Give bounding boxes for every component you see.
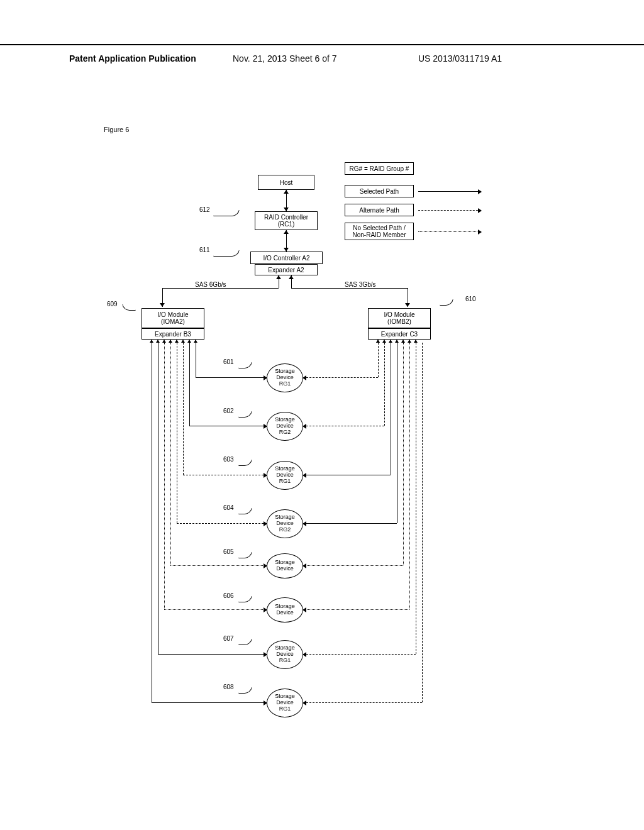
- b6-h: [164, 609, 267, 610]
- b3-h: [183, 475, 267, 475]
- arrow-up-icon: [284, 190, 289, 194]
- c-v2: [384, 343, 385, 426]
- lead-602: [238, 411, 252, 418]
- b-v1: [196, 343, 196, 377]
- header-rule: [0, 44, 644, 45]
- arrow-up-icon: [289, 275, 294, 279]
- ref-612: 612: [199, 206, 210, 213]
- legend-rg: RG# = RAID Group #: [345, 162, 414, 175]
- arrow-down-icon: [405, 303, 410, 307]
- c-v8: [422, 343, 423, 702]
- lead-606: [238, 596, 252, 602]
- b-v2: [189, 343, 190, 426]
- b7-h: [158, 654, 267, 655]
- b8-h: [152, 702, 267, 703]
- storage-608: Storage Device RG1: [267, 689, 303, 717]
- storage-601: Storage Device RG1: [267, 363, 303, 392]
- c3-h: [303, 475, 391, 475]
- legend-alt-line: [418, 210, 481, 211]
- storage-603: Storage Device RG1: [267, 461, 303, 490]
- ref-607: 607: [223, 635, 234, 642]
- lead-611: [213, 250, 240, 257]
- c-v4: [397, 343, 397, 523]
- host-box: Host: [258, 175, 314, 190]
- c-v1: [378, 343, 379, 377]
- lead-604: [238, 508, 252, 514]
- b5-h: [170, 565, 267, 566]
- b2-h: [189, 426, 267, 426]
- c8-h: [303, 702, 422, 703]
- lead-607: [238, 639, 252, 645]
- expander-c-box: Expander C3: [368, 328, 431, 340]
- c6-h: [303, 609, 409, 610]
- lead-612: [213, 210, 240, 216]
- lead-603: [238, 460, 252, 466]
- c-v7: [416, 343, 416, 654]
- c-v3: [391, 343, 391, 475]
- b-v3: [183, 343, 184, 475]
- c-v6: [409, 343, 410, 609]
- storage-607: Storage Device RG1: [267, 640, 303, 669]
- c2-h: [303, 426, 384, 426]
- ref-604: 604: [223, 504, 234, 511]
- ref-608: 608: [223, 683, 234, 690]
- storage-602: Storage Device RG2: [267, 412, 303, 441]
- ref-610: 610: [465, 296, 476, 302]
- legend-nopath: No Selected Path / Non-RAID Member: [345, 223, 414, 240]
- ref-605: 605: [223, 548, 234, 555]
- raid-controller-box: RAID Controller (RC1): [255, 211, 318, 230]
- iomod-b-box: I/O Module (IOMB2): [368, 308, 431, 328]
- legend-selected: Selected Path: [345, 185, 414, 197]
- lead-608: [238, 687, 252, 694]
- sas3-label: SAS 3Gb/s: [345, 281, 375, 288]
- header-mid: Nov. 21, 2013 Sheet 6 of 7: [233, 53, 337, 64]
- legend-nopath-line: [418, 231, 481, 232]
- arrow-up-icon: [276, 275, 281, 279]
- lead-605: [238, 552, 252, 558]
- ref-601: 601: [223, 358, 234, 365]
- sas6-label: SAS 6Gb/s: [195, 281, 226, 288]
- header-right: US 2013/0311719 A1: [418, 53, 502, 64]
- arrow-down-icon: [284, 248, 289, 252]
- lead-609: [122, 304, 136, 311]
- lead-610: [440, 299, 453, 306]
- b-v6: [164, 343, 165, 609]
- expander-b-box: Expander B3: [142, 328, 204, 340]
- b-v8: [152, 343, 152, 702]
- arrow-down-icon: [284, 208, 289, 211]
- expander-a-box: Expander A2: [255, 264, 318, 275]
- figure-label: Figure 6: [104, 126, 129, 133]
- b-v5: [170, 343, 171, 565]
- legend-alternate: Alternate Path: [345, 204, 414, 216]
- legend-selected-line: [418, 191, 481, 192]
- storage-605: Storage Device: [267, 553, 303, 578]
- header-left: Patent Application Publication: [69, 53, 196, 64]
- iomod-a-box: I/O Module (IOMA2): [142, 308, 204, 328]
- storage-604: Storage Device RG2: [267, 509, 303, 538]
- b1-h: [196, 377, 267, 378]
- ref-611: 611: [199, 246, 210, 253]
- ref-602: 602: [223, 407, 234, 414]
- c5-h: [303, 565, 403, 566]
- branch-left-horiz: [162, 288, 279, 289]
- lead-601: [238, 362, 252, 368]
- ref-606: 606: [223, 592, 234, 599]
- storage-606: Storage Device: [267, 597, 303, 622]
- branch-right-horiz: [291, 288, 408, 289]
- b4-h: [177, 523, 267, 524]
- io-controller-box: I/O Controller A2: [250, 252, 323, 264]
- b-v4: [177, 343, 177, 523]
- ref-603: 603: [223, 456, 234, 463]
- c7-h: [303, 654, 416, 655]
- c1-h: [303, 377, 378, 378]
- c-v5: [403, 343, 404, 565]
- b-v7: [158, 343, 158, 654]
- arrow-up-icon: [284, 230, 289, 234]
- arrow-down-icon: [160, 303, 165, 307]
- ref-609: 609: [107, 301, 118, 307]
- c4-h: [303, 523, 397, 524]
